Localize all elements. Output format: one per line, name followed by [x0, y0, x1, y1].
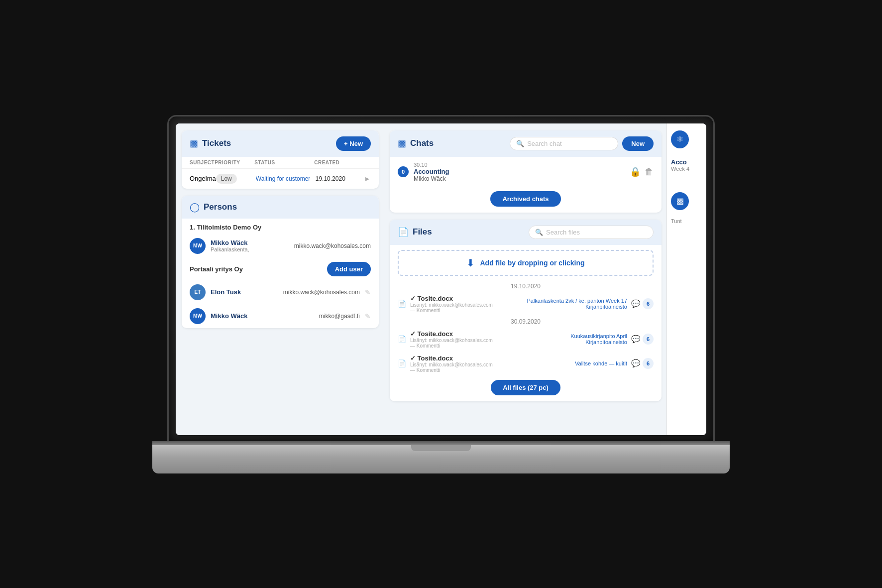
- col-status: Status: [254, 160, 314, 165]
- chats-header: ▩ Chats 🔍 Search chat New: [390, 130, 662, 157]
- file1-actions: 💬 6: [631, 298, 654, 309]
- new-chat-button[interactable]: New: [622, 136, 654, 151]
- new-ticket-button[interactable]: + New: [336, 136, 371, 151]
- person1-info: Mikko Wäck Palkanlaskenta,: [211, 239, 289, 252]
- avatar-mw2: MW: [190, 308, 206, 324]
- search-files-icon: 🔍: [535, 229, 543, 236]
- chat-person: Mikko Wäck: [414, 175, 625, 182]
- files-header: 📄 Files 🔍 Search files: [390, 220, 662, 245]
- right-label-partial: Tunt: [671, 218, 702, 224]
- chats-icon: ▩: [398, 138, 406, 149]
- tickets-card: ▩ Tickets + New SUBJECT Priority Status …: [182, 130, 379, 189]
- person1-sub: Palkanlaskenta,: [211, 246, 289, 252]
- add-user-button[interactable]: Add user: [327, 262, 371, 276]
- files-title: Files: [413, 227, 525, 237]
- ticket-status: Waiting for customer: [256, 175, 316, 182]
- file2-info: ✓ Tosite.docx Lisänyt: mikko.wack@kohosa…: [410, 330, 517, 349]
- left-panel: ▩ Tickets + New SUBJECT Priority Status …: [176, 123, 385, 435]
- laptop-hinge: [152, 441, 730, 445]
- person2-edit-icon[interactable]: ✎: [365, 288, 371, 296]
- chat-symbol: ▩: [676, 196, 684, 206]
- persons-header: ◯ Persons: [182, 196, 379, 219]
- person1-name: Mikko Wäck: [211, 239, 289, 246]
- tickets-title: Tickets: [202, 138, 332, 148]
- search-chat-input[interactable]: 🔍 Search chat: [510, 137, 618, 150]
- file-row-3[interactable]: 📄 ✓ Tosite.docx Lisänyt: mikko.wack@koho…: [390, 352, 662, 376]
- chat-item[interactable]: 0 30.10 Accounting Mikko Wäck 🔒 🗑: [390, 157, 662, 187]
- persons-title: Persons: [204, 202, 371, 212]
- tickets-table-header: SUBJECT Priority Status CREATED: [182, 157, 379, 169]
- laptop-notch: [411, 445, 471, 451]
- avatar-et: ET: [190, 284, 206, 300]
- file3-info: ✓ Tosite.docx Lisänyt: mikko.wack@kohosa…: [410, 354, 517, 373]
- table-row[interactable]: Ongelma Low Waiting for customer 19.10.2…: [182, 169, 379, 189]
- file3-tag: Valitse kohde — kuitit: [521, 360, 627, 366]
- files-card: 📄 Files 🔍 Search files ⬇ Add file by dro…: [390, 220, 662, 401]
- right-title-partial: Acco: [671, 158, 702, 166]
- file-doc-icon-1: 📄: [398, 300, 406, 308]
- file1-name: ✓ Tosite.docx: [410, 295, 517, 302]
- chat-badge: 0: [398, 166, 409, 177]
- person1-email: mikko.wack@kohosales.com: [294, 242, 371, 249]
- tickets-header: ▩ Tickets + New: [182, 130, 379, 157]
- priority-badge: Low: [216, 174, 237, 184]
- file3-count: 6: [643, 358, 654, 369]
- middle-panel: ▩ Chats 🔍 Search chat New 0 30.10: [385, 123, 666, 435]
- ticket-subject: Ongelma: [190, 175, 216, 182]
- file1-info: ✓ Tosite.docx Lisänyt: mikko.wack@kohosa…: [410, 295, 517, 313]
- ticket-chat-icon[interactable]: ▸: [365, 174, 379, 183]
- person3-info: Mikko Wäck: [211, 312, 314, 320]
- file1-count: 6: [643, 298, 654, 309]
- file-doc-icon-2: 📄: [398, 335, 406, 343]
- search-files-input[interactable]: 🔍 Search files: [529, 226, 654, 239]
- search-icon: 🔍: [516, 140, 524, 147]
- right-sub-partial: Week 4: [671, 166, 702, 172]
- right-panel-section1: Acco Week 4: [671, 154, 702, 176]
- file-upload-zone[interactable]: ⬇ Add file by dropping or clicking: [398, 250, 654, 276]
- file-doc-icon-3: 📄: [398, 359, 406, 367]
- file3-actions: 💬 6: [631, 358, 654, 369]
- files-date2: 30.09.2020: [390, 316, 662, 327]
- file-row-1[interactable]: 📄 ✓ Tosite.docx Lisänyt: mikko.wack@koho…: [390, 292, 662, 316]
- file1-tag: Palkanlaskenta 2vk / ke. pariton Week 17…: [521, 298, 627, 310]
- all-files-button[interactable]: All files (27 pc): [491, 380, 560, 395]
- person3-edit-icon[interactable]: ✎: [365, 312, 371, 320]
- right-chat-icon: ▩: [671, 192, 689, 210]
- person2-info: Elon Tusk: [211, 288, 278, 296]
- person3-name: Mikko Wäck: [211, 312, 314, 320]
- file2-tag: Kuukausikirjanpito April Kirjanpitoainei…: [521, 333, 627, 345]
- col-action: [364, 160, 379, 165]
- archived-chats-button[interactable]: Archived chats: [490, 191, 560, 207]
- file2-actions: 💬 6: [631, 334, 654, 345]
- persons-card: ◯ Persons 1. Tilitoimisto Demo Oy MW Mik…: [182, 196, 379, 328]
- chat-date: 30.10: [414, 162, 625, 168]
- lock-icon[interactable]: 🔒: [630, 166, 641, 177]
- right-panel-icon: ⚛: [671, 130, 689, 148]
- chats-card: ▩ Chats 🔍 Search chat New 0 30.10: [390, 130, 662, 213]
- file3-name: ✓ Tosite.docx: [410, 354, 517, 362]
- person2-email: mikko.wack@kohosales.com: [283, 289, 360, 296]
- company1-label: 1. Tilitoimisto Demo Oy: [182, 219, 379, 234]
- ticket-created: 19.10.2020: [316, 175, 365, 182]
- files-date1: 19.10.2020: [390, 281, 662, 292]
- person-row-2: ET Elon Tusk mikko.wack@kohosales.com ✎: [182, 280, 379, 304]
- col-created: CREATED: [314, 160, 364, 165]
- trash-icon[interactable]: 🗑: [645, 167, 654, 177]
- file-row-2[interactable]: 📄 ✓ Tosite.docx Lisänyt: mikko.wack@koho…: [390, 327, 662, 352]
- company2-label: Portaali yritys Oy: [190, 265, 243, 273]
- col-subject: SUBJECT: [190, 160, 215, 165]
- search-chat-placeholder: Search chat: [527, 140, 561, 147]
- person2-name: Elon Tusk: [211, 288, 278, 296]
- archived-button-container: Archived chats: [390, 191, 662, 207]
- person-row-1: MW Mikko Wäck Palkanlaskenta, mikko.wack…: [182, 234, 379, 258]
- file3-comment-icon[interactable]: 💬: [631, 359, 641, 368]
- file1-comment-icon[interactable]: 💬: [631, 299, 641, 308]
- file2-meta: Lisänyt: mikko.wack@kohosales.com: [410, 338, 517, 343]
- person-row-3: MW Mikko Wäck mikko@gasdf.fi ✎: [182, 304, 379, 328]
- file3-comments: — Kommentti: [410, 367, 517, 373]
- file2-count: 6: [643, 334, 654, 345]
- file2-comment-icon[interactable]: 💬: [631, 335, 641, 344]
- file2-comments: — Kommentti: [410, 343, 517, 349]
- tickets-icon: ▩: [190, 138, 198, 149]
- file1-comments: — Kommentti: [410, 308, 517, 313]
